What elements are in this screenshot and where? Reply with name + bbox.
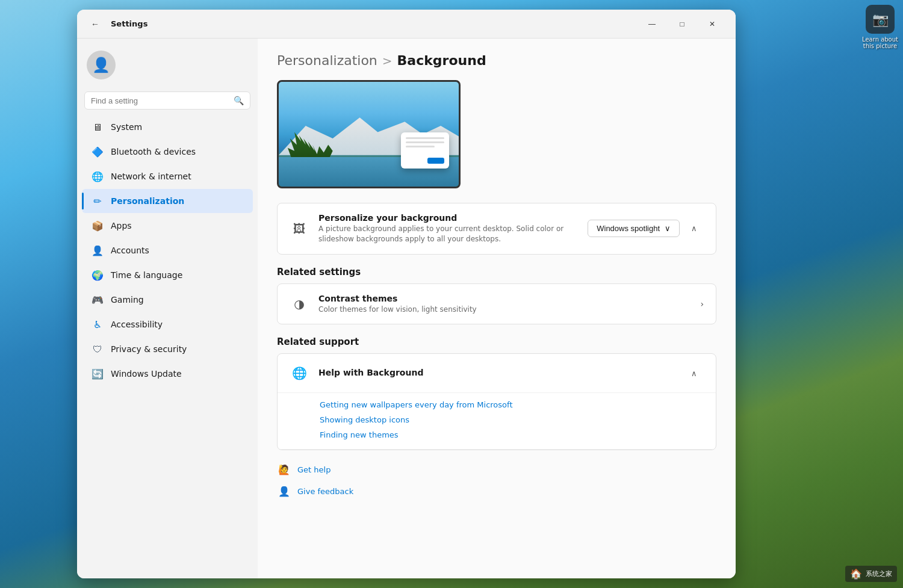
sidebar-item-personalization[interactable]: ✏ Personalization <box>82 189 253 213</box>
search-icon: 🔍 <box>234 96 244 105</box>
sidebar-item-accounts-label: Accounts <box>111 246 149 255</box>
help-expand-icon: ∧ <box>691 369 697 378</box>
sidebar-item-network[interactable]: 🌐 Network & internet <box>82 164 253 188</box>
related-settings-card: ◑ Contrast themes Color themes for low v… <box>277 283 716 325</box>
sidebar-item-network-label: Network & internet <box>111 172 191 181</box>
sidebar-item-personalization-label: Personalization <box>111 196 184 206</box>
sidebar-item-system[interactable]: 🖥 System <box>82 115 253 139</box>
contrast-themes-text: Contrast themes Color themes for low vis… <box>318 294 690 315</box>
contrast-themes-chevron: › <box>700 299 704 309</box>
sidebar: 👤 🔍 🖥 System 🔷 Bluetooth & devices <box>77 39 258 578</box>
user-section[interactable]: 👤 <box>77 43 258 89</box>
camera-icon: 📷 <box>866 5 895 34</box>
network-icon: 🌐 <box>92 170 104 182</box>
give-feedback-label[interactable]: Give feedback <box>297 487 353 496</box>
back-icon: ← <box>91 19 99 29</box>
expand-button[interactable]: ∧ <box>684 219 704 238</box>
accessibility-icon: ♿ <box>92 318 104 330</box>
privacy-icon: 🛡 <box>92 343 104 355</box>
dropdown-chevron-icon: ∨ <box>665 224 671 233</box>
settings-body: 👤 🔍 🖥 System 🔷 Bluetooth & devices <box>77 39 736 578</box>
breadcrumb: Personalization > Background <box>277 53 716 68</box>
breadcrumb-parent[interactable]: Personalization <box>277 53 377 68</box>
related-support-title: Related support <box>277 336 716 347</box>
sidebar-item-windows-update[interactable]: 🔄 Windows Update <box>82 362 253 386</box>
sidebar-item-privacy[interactable]: 🛡 Privacy & security <box>82 337 253 361</box>
personalize-background-card: 🖼 Personalize your background A picture … <box>277 203 716 255</box>
breadcrumb-current: Background <box>397 53 486 68</box>
get-help-label[interactable]: Get help <box>297 465 330 474</box>
sidebar-item-gaming[interactable]: 🎮 Gaming <box>82 288 253 312</box>
personalize-background-row[interactable]: 🖼 Personalize your background A picture … <box>278 203 716 254</box>
settings-window: ← Settings — □ ✕ 👤 � <box>77 10 736 578</box>
title-bar: ← Settings — □ ✕ <box>77 10 736 39</box>
sidebar-item-accessibility-label: Accessibility <box>111 320 163 329</box>
close-button[interactable]: ✕ <box>698 14 726 34</box>
help-expand-button[interactable]: ∧ <box>684 364 704 383</box>
watermark-text: 系统之家 <box>866 569 892 578</box>
maximize-button[interactable]: □ <box>668 14 696 34</box>
main-content: Personalization > Background <box>258 39 736 578</box>
sidebar-item-gaming-label: Gaming <box>111 295 144 305</box>
help-with-background-row[interactable]: 🌐 Help with Background ∧ <box>278 354 716 393</box>
window-title: Settings <box>111 19 631 28</box>
back-button[interactable]: ← <box>87 16 104 32</box>
accounts-icon: 👤 <box>92 244 104 256</box>
support-link-desktop-icons[interactable]: Showing desktop icons <box>320 415 701 424</box>
sidebar-item-apps-label: Apps <box>111 221 132 231</box>
sidebar-item-update-label: Windows Update <box>111 369 182 379</box>
bottom-links: 🙋 Get help 👤 Give feedback <box>277 462 716 498</box>
expand-icon: ∧ <box>691 224 697 233</box>
contrast-themes-row[interactable]: ◑ Contrast themes Color themes for low v… <box>278 284 716 324</box>
update-icon: 🔄 <box>92 368 104 380</box>
sidebar-item-apps[interactable]: 📦 Apps <box>82 214 253 238</box>
bluetooth-icon: 🔷 <box>92 146 104 158</box>
give-feedback-icon: 👤 <box>277 484 291 498</box>
support-link-themes[interactable]: Finding new themes <box>320 430 701 439</box>
search-button[interactable]: 🔍 <box>234 96 244 105</box>
sidebar-item-accounts[interactable]: 👤 Accounts <box>82 238 253 262</box>
personalize-background-desc: A picture background applies to your cur… <box>318 224 578 244</box>
preview-dialog <box>401 132 449 169</box>
background-icon: 🖼 <box>290 219 309 238</box>
contrast-themes-icon: ◑ <box>290 294 309 314</box>
background-type-dropdown[interactable]: Windows spotlight ∨ <box>588 220 680 237</box>
minimize-button[interactable]: — <box>638 14 666 34</box>
apps-icon: 📦 <box>92 220 104 232</box>
help-control: ∧ <box>684 364 704 383</box>
watermark-icon: 🏠 <box>850 568 862 580</box>
related-support-card: 🌐 Help with Background ∧ Getting new wal… <box>277 353 716 450</box>
get-help-row[interactable]: 🙋 Get help <box>277 462 716 477</box>
personalize-background-title: Personalize your background <box>318 213 578 223</box>
time-icon: 🌍 <box>92 269 104 281</box>
get-help-icon: 🙋 <box>277 462 291 477</box>
search-input[interactable] <box>91 96 229 105</box>
contrast-themes-title: Contrast themes <box>318 294 690 303</box>
system-icon: 🖥 <box>92 121 104 133</box>
support-link-wallpapers[interactable]: Getting new wallpapers every day from Mi… <box>320 400 701 409</box>
personalize-background-control: Windows spotlight ∨ ∧ <box>588 219 704 238</box>
gaming-icon: 🎮 <box>92 294 104 306</box>
breadcrumb-separator: > <box>382 54 393 68</box>
learn-about-picture-widget[interactable]: 📷 Learn aboutthis picture <box>862 5 898 49</box>
sidebar-item-bluetooth-label: Bluetooth & devices <box>111 147 196 156</box>
sidebar-item-time[interactable]: 🌍 Time & language <box>82 263 253 287</box>
window-controls: — □ ✕ <box>638 14 726 34</box>
watermark: 🏠 系统之家 <box>845 566 897 582</box>
corner-widget-label: Learn aboutthis picture <box>862 36 898 49</box>
avatar: 👤 <box>87 51 116 79</box>
give-feedback-row[interactable]: 👤 Give feedback <box>277 484 716 498</box>
help-title: Help with Background <box>318 368 675 377</box>
sidebar-item-bluetooth[interactable]: 🔷 Bluetooth & devices <box>82 140 253 164</box>
help-text: Help with Background <box>318 368 675 379</box>
contrast-themes-desc: Color themes for low vision, light sensi… <box>318 305 690 315</box>
personalize-background-text: Personalize your background A picture ba… <box>318 213 578 244</box>
maximize-icon: □ <box>680 20 684 28</box>
sidebar-item-system-label: System <box>111 122 142 132</box>
sidebar-nav: 🖥 System 🔷 Bluetooth & devices 🌐 Network… <box>77 114 258 386</box>
personalization-icon: ✏ <box>92 195 104 207</box>
search-box[interactable]: 🔍 <box>84 91 250 110</box>
sidebar-item-accessibility[interactable]: ♿ Accessibility <box>82 312 253 336</box>
close-icon: ✕ <box>709 20 715 28</box>
contrast-themes-control: › <box>700 299 704 309</box>
